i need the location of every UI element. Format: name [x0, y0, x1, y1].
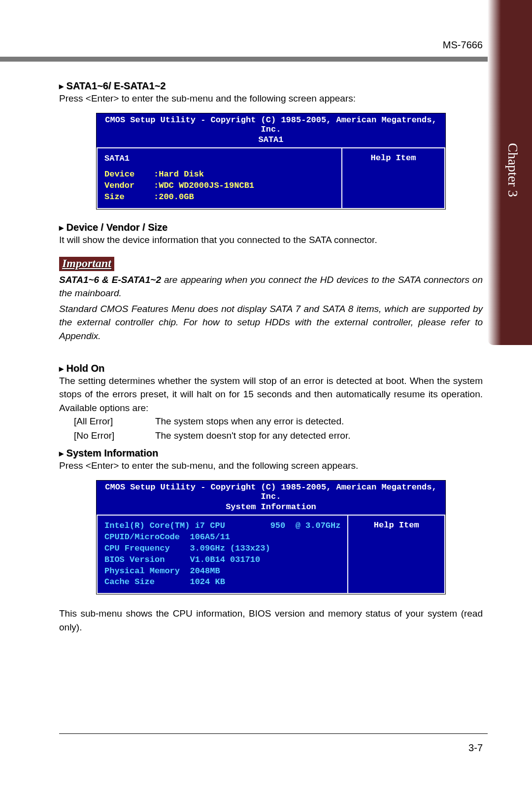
bios-vendor-value: :WDC WD2000JS-19NCB1: [154, 181, 254, 190]
option-no-error: [No Error] The system doesn't stop for a…: [74, 429, 483, 443]
important-note-1: SATA1~6 & E-SATA1~2 are appearing when y…: [59, 273, 483, 300]
bios-vendor-label: Vendor: [104, 180, 154, 192]
option-desc: The system stops when any error is detec…: [155, 416, 344, 426]
triangle-icon: ▸: [59, 449, 64, 458]
bios-left-panel: SATA1 Device:Hard Disk Vendor:WDC WD2000…: [97, 147, 342, 209]
option-label: [All Error]: [74, 415, 153, 429]
sysinfo-heading: ▸ System Information: [59, 448, 483, 459]
important-badge: Important: [59, 257, 114, 271]
model-code: MS-7666: [59, 39, 483, 51]
bios-size-value: :200.0GB: [154, 192, 194, 202]
page-number: 3-7: [468, 742, 483, 754]
bios-title-bar: CMOS Setup Utility - Copyright (C) 1985-…: [97, 113, 445, 135]
sysinfo-description: Press <Enter> to enter the sub-menu, and…: [59, 459, 483, 473]
sysinfo-note: This sub-menu shows the CPU information,…: [59, 607, 483, 634]
dvs-heading-text: Device / Vendor / Size: [66, 222, 168, 233]
bios-subtitle: SATA1: [97, 135, 445, 147]
holdon-heading-text: Hold On: [66, 363, 105, 374]
dvs-heading: ▸ Device / Vendor / Size: [59, 222, 483, 233]
triangle-icon: ▸: [59, 223, 64, 233]
triangle-icon: ▸: [59, 364, 64, 374]
bios-device-value: :Hard Disk: [154, 170, 204, 179]
footer-divider: [59, 733, 488, 734]
sysinfo-heading-text: System Information: [66, 448, 159, 458]
bios-title-bar: CMOS Setup Utility - Copyright (C) 1985-…: [97, 481, 445, 502]
option-label: [No Error]: [74, 429, 153, 443]
sata-heading-text: SATA1~6/ E-SATA1~2: [66, 80, 166, 91]
holdon-heading: ▸ Hold On: [59, 363, 483, 374]
option-all-error: [All Error] The system stops when any er…: [74, 415, 483, 429]
dvs-description: It will show the device information that…: [59, 233, 483, 247]
sata-description: Press <Enter> to enter the sub-menu and …: [59, 92, 483, 105]
bios-help-panel: Help Item: [348, 515, 445, 594]
bios-device-label: Device: [104, 169, 154, 180]
bios-sysinfo-block: Intel(R) Core(TM) i7 CPU 950 @ 3.07GHz C…: [97, 515, 348, 594]
important-note-2: Standard CMOS Features Menu does not dis…: [59, 302, 483, 343]
chapter-tab-label: Chapter 3: [505, 143, 521, 197]
holdon-description: The setting determines whether the syste…: [59, 374, 483, 415]
chapter-tab: Chapter 3: [488, 0, 532, 345]
triangle-icon: ▸: [59, 81, 64, 91]
important-label: Important: [62, 257, 111, 270]
option-desc: The system doesn't stop for any detected…: [155, 430, 351, 441]
sata-heading: ▸ SATA1~6/ E-SATA1~2: [59, 80, 483, 92]
bios-sata-screenshot: CMOS Setup Utility - Copyright (C) 1985-…: [96, 113, 446, 210]
bios-sysinfo-screenshot: CMOS Setup Utility - Copyright (C) 1985-…: [96, 480, 446, 595]
bios-subtitle: System Information: [97, 502, 445, 515]
important-bold-lead: SATA1~6 & E-SATA1~2: [59, 275, 161, 285]
bios-size-label: Size: [104, 192, 154, 203]
bios-help-panel: Help Item: [342, 147, 445, 209]
bios-slot-label: SATA1: [104, 154, 130, 163]
header-divider: [0, 57, 488, 62]
